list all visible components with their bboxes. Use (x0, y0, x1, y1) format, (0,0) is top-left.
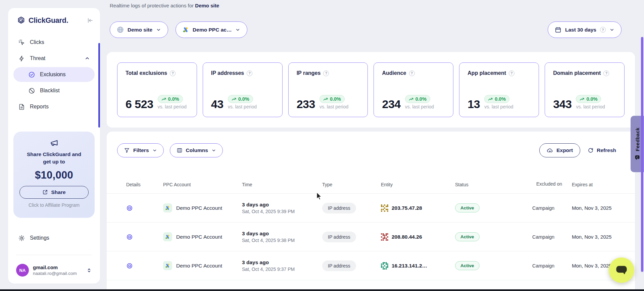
stat-change-badge: 0.0% (405, 95, 430, 103)
col-header-status: Status (455, 182, 528, 187)
feedback-smiley-icon (635, 155, 640, 160)
sidebar-nav: Clicks Threat Exclusions (8, 35, 100, 114)
cloud-download-icon (547, 147, 553, 154)
share-button[interactable]: Share (19, 186, 89, 199)
site-selector-label: Demo site (128, 27, 152, 33)
sidebar-item-exclusions[interactable]: Exclusions (13, 67, 95, 82)
type-badge: IP address (322, 260, 356, 271)
sidebar-item-label: Settings (30, 235, 49, 241)
share-button-label: Share (51, 189, 65, 195)
date-range-label: Last 30 days (565, 27, 596, 33)
google-ads-icon (163, 203, 172, 212)
sidebar-item-threat[interactable]: Threat (13, 51, 95, 66)
stat-change-note: vs. last period (228, 104, 257, 109)
stat-value: 343 (553, 99, 572, 109)
sidebar-item-blacklist[interactable]: Blacklist (13, 83, 95, 98)
stat-card-ip-addresses: IP addresses ? 43 0.0% vs. last period (203, 62, 283, 117)
stat-change-badge: 0.0% (228, 95, 253, 103)
trend-up-icon (161, 97, 166, 101)
affiliate-link[interactable]: Click to Affiliate Program (13, 202, 95, 208)
details-button[interactable] (126, 205, 163, 211)
ppc-account-selector[interactable]: Demo PPC ac… (176, 21, 247, 38)
sidebar-scrollbar[interactable] (98, 43, 100, 128)
filters-button[interactable]: Filters (117, 143, 164, 157)
help-icon: ? (409, 70, 415, 76)
stat-change-note: vs. last period (405, 104, 434, 109)
entity-cell: 16.213.141.2… (381, 262, 455, 270)
page-subtitle: Realtime logs of protective actions for … (110, 3, 219, 8)
help-icon: ? (509, 70, 514, 76)
col-header-details: Details (126, 182, 163, 187)
trend-up-icon (580, 97, 584, 101)
help-icon: ? (323, 70, 329, 76)
col-header-ppc-account: PPC Account (163, 182, 242, 187)
funnel-icon (124, 147, 130, 153)
chevron-up-down-icon (86, 268, 92, 273)
google-ads-icon (183, 27, 189, 33)
lightning-icon (18, 55, 25, 62)
entity-identicon (381, 262, 388, 270)
sidebar-item-label: Threat (30, 55, 45, 61)
excluded-on-cell: Campaign (532, 234, 554, 240)
help-icon: ? (600, 27, 606, 33)
trend-up-icon (488, 97, 493, 101)
feedback-label: Feedback (635, 128, 640, 151)
date-range-selector[interactable]: Last 30 days ? (548, 21, 622, 38)
account-switcher[interactable]: NA gmail.com naatali.ro@gmail.com (13, 262, 95, 278)
chat-launcher-button[interactable] (609, 257, 634, 283)
affiliate-promo-card: Share ClickGuard and get up to $10,000 S… (13, 132, 95, 218)
sidebar-collapse-icon[interactable] (87, 17, 93, 24)
details-button[interactable] (126, 262, 163, 269)
logo: ClickGuard. (8, 8, 100, 25)
external-link-icon (42, 189, 48, 195)
page-scrollbar[interactable] (641, 37, 643, 272)
sidebar-item-label: Clicks (30, 39, 44, 45)
avatar: NA (16, 264, 29, 277)
export-button[interactable]: Export (539, 143, 580, 157)
col-header-entity: Entity (381, 182, 455, 187)
trend-up-icon (323, 97, 328, 101)
table-toolbar: Filters Columns Export (107, 132, 635, 157)
site-selector[interactable]: Demo site (110, 21, 168, 38)
stat-value: 6 523 (126, 99, 153, 109)
status-badge: Active (455, 261, 480, 270)
stat-label: Total exclusions (126, 70, 167, 76)
excluded-on-cell: Campaign (532, 205, 554, 211)
ppc-account-cell: Demo PPC Account (163, 203, 242, 212)
sidebar-item-reports[interactable]: Reports (13, 99, 95, 114)
sidebar-item-label: Exclusions (40, 71, 65, 78)
sidebar-item-clicks[interactable]: Clicks (13, 35, 95, 50)
time-cell: 3 days ago Sat, Oct 4, 2025 9:38 PM (242, 231, 322, 243)
stat-label: IP ranges (297, 70, 321, 76)
columns-button[interactable]: Columns (170, 143, 223, 157)
col-header-expires-at: Expires at (572, 182, 622, 187)
stat-value: 234 (382, 99, 400, 109)
refresh-button[interactable]: Refresh (588, 147, 616, 153)
stat-change-badge: 0.0% (484, 95, 509, 103)
gear-icon (18, 235, 25, 242)
chevron-down-icon (152, 148, 157, 153)
entity-identicon (381, 233, 388, 241)
table-row: Demo PPC Account 3 days ago Sat, Oct 4, … (107, 251, 635, 280)
stat-change-note: vs. last period (158, 104, 187, 109)
stat-change-badge: 0.0% (576, 95, 601, 103)
subtitle-site-name: Demo site (195, 3, 219, 8)
entity-cell: 203.75.47.28 (381, 204, 455, 212)
promo-amount: $10,000 (13, 169, 95, 181)
help-icon: ? (603, 70, 609, 76)
type-badge: IP address (322, 232, 356, 242)
account-name: gmail.com (33, 264, 77, 270)
cursor-click-icon (18, 39, 25, 46)
account-email: naatali.ro@gmail.com (33, 271, 77, 276)
sidebar-item-settings[interactable]: Settings (13, 231, 95, 245)
time-cell: 3 days ago Sat, Oct 4, 2025 9:39 PM (242, 202, 322, 214)
clickguard-logo-icon (17, 16, 26, 25)
ppc-account-cell: Demo PPC Account (163, 232, 242, 241)
help-icon: ? (170, 70, 176, 76)
bottom-edge-strip (0, 289, 644, 291)
expires-at-cell: Mon, Nov 3, 2025 (572, 234, 622, 240)
details-button[interactable] (126, 234, 163, 240)
stat-card-total-exclusions: Total exclusions ? 6 523 0.0% vs. last p… (117, 62, 197, 117)
stat-card-audience: Audience ? 234 0.0% vs. last period (374, 62, 453, 117)
trend-up-icon (232, 97, 236, 101)
